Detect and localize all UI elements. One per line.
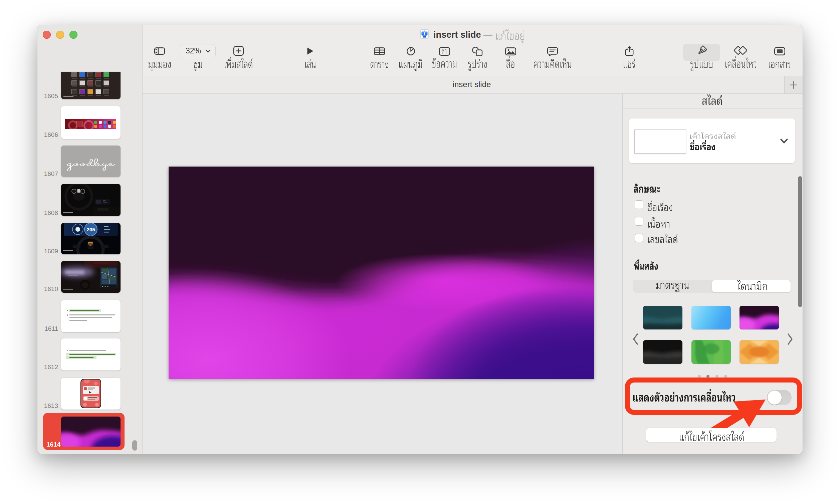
svg-text:205: 205 xyxy=(87,227,95,232)
